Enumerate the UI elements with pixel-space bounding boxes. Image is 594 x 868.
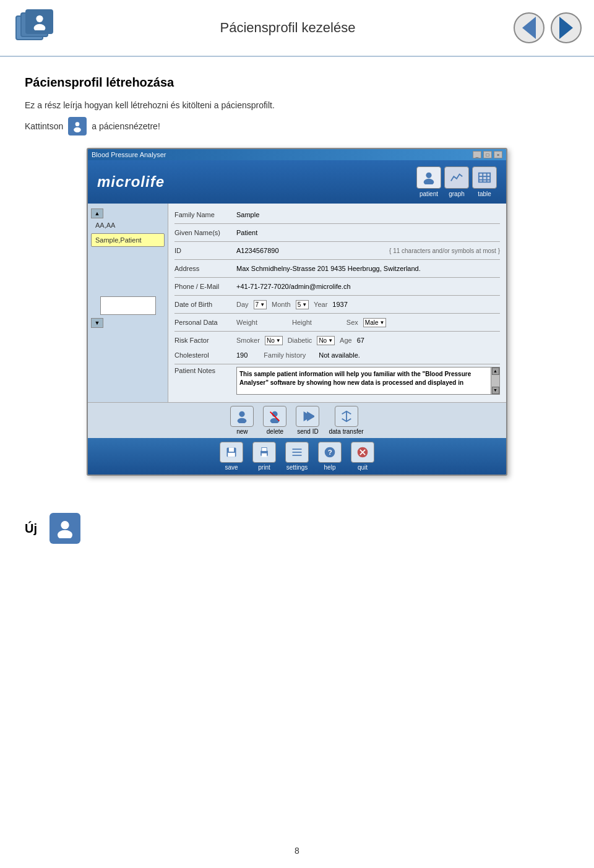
bottom-label: Új: [25, 522, 37, 536]
close-button[interactable]: ×: [494, 151, 502, 158]
app-header: microlife patient: [88, 160, 506, 204]
app-window-title: Blood Pressure Analyser: [92, 151, 166, 158]
svg-rect-23: [262, 448, 267, 452]
personal-inline: Weight Height Sex Male ▼: [236, 318, 386, 327]
bottom-section: Új: [0, 494, 594, 562]
notes-scroll-up[interactable]: ▲: [492, 367, 499, 375]
risk-row: Risk Factor Smoker No ▼ Diabetic No ▼ Ag…: [174, 334, 500, 346]
cholesterol-inline: 190 Family history Not available.: [236, 351, 360, 359]
address-row: Address Max Schmidhelny-Strasse 201 9435…: [174, 262, 500, 275]
sidebar-item-1[interactable]: Sample,Patient: [91, 233, 165, 247]
bottom-patient-icon[interactable]: [50, 513, 80, 544]
dob-month-label: Month: [272, 301, 291, 308]
print-button-label: print: [258, 464, 270, 471]
notes-scroll-down[interactable]: ▼: [492, 387, 499, 394]
svg-rect-6: [479, 173, 490, 183]
diabetic-arrow: ▼: [328, 338, 333, 343]
id-hint: { 11 characters and/or symbols at most }: [389, 247, 500, 254]
tab-patient[interactable]: patient: [416, 166, 441, 197]
print-button[interactable]: print: [252, 442, 276, 471]
svg-point-11: [239, 411, 245, 417]
click-instruction: Kattintson a páciensnézetre!: [25, 117, 569, 135]
help-button[interactable]: ? help: [318, 442, 342, 471]
delete-button-label: delete: [267, 428, 283, 435]
phone-label: Phone / E-Mail: [174, 283, 236, 290]
app-bottom-buttons: save print: [88, 438, 506, 475]
sex-label: Sex: [346, 319, 358, 326]
app-logo-text: microlife: [97, 173, 165, 191]
given-name-row: Given Name(s) Patient: [174, 226, 500, 239]
titlebar-controls: _ □ ×: [473, 151, 502, 158]
table-tab-icon: [472, 166, 497, 189]
sidebar-search-box[interactable]: [100, 296, 156, 315]
diabetic-select[interactable]: No ▼: [317, 336, 335, 345]
minimize-button[interactable]: _: [473, 151, 481, 158]
address-value: Max Schmidhelny-Strasse 201 9435 Heerbru…: [236, 265, 500, 272]
svg-point-0: [36, 15, 43, 22]
dob-month-select[interactable]: 5 ▼: [296, 300, 309, 309]
notes-scrollbar[interactable]: ▲ ▼: [491, 367, 499, 394]
diabetic-value: No: [319, 337, 327, 344]
maximize-button[interactable]: □: [483, 151, 492, 158]
notes-text: This sample patient information will hel…: [239, 371, 471, 386]
settings-button[interactable]: settings: [285, 442, 309, 471]
app-body: ▲ AA,AA Sample,Patient ▼ Family Name Sam…: [88, 204, 506, 402]
dob-inline: Day 7 ▼ Month 5 ▼ Year 1937: [236, 300, 348, 309]
personal-label: Personal Data: [174, 319, 236, 326]
risk-inline: Smoker No ▼ Diabetic No ▼ Age 67: [236, 336, 364, 345]
svg-rect-20: [229, 448, 234, 452]
patient-tab-icon: [416, 166, 441, 189]
nav-forward-button[interactable]: [551, 12, 582, 43]
svg-rect-25: [293, 449, 302, 450]
sidebar-scroll-up[interactable]: ▲: [91, 208, 103, 218]
app-sidebar: ▲ AA,AA Sample,Patient ▼: [88, 204, 168, 402]
section-title: Páciensprofil létrehozása: [25, 75, 569, 90]
sex-select[interactable]: Male ▼: [363, 318, 387, 327]
family-history-value: Not available.: [319, 351, 360, 359]
patient-icon-inline: [68, 117, 87, 135]
table-tab-label: table: [478, 191, 491, 197]
personal-row: Personal Data Weight Height Sex Male ▼: [174, 316, 500, 329]
tab-graph[interactable]: graph: [444, 166, 469, 197]
phone-row: Phone / E-Mail +41-71-727-7020/admin@mic…: [174, 280, 500, 293]
weight-label: Weight: [236, 319, 257, 326]
given-name-label: Given Name(s): [174, 229, 236, 236]
delete-button[interactable]: delete: [263, 406, 286, 435]
sidebar-scroll-down[interactable]: ▼: [91, 318, 103, 328]
dob-day-select[interactable]: 7 ▼: [254, 300, 267, 309]
notes-box: This sample patient information will hel…: [236, 367, 500, 395]
nav-back-button[interactable]: [514, 12, 544, 43]
new-button[interactable]: new: [230, 406, 254, 435]
height-label: Height: [292, 319, 312, 326]
save-button[interactable]: save: [220, 442, 243, 471]
quit-button[interactable]: quit: [351, 442, 374, 471]
svg-point-12: [238, 418, 247, 423]
save-button-label: save: [225, 464, 238, 471]
svg-point-4: [426, 173, 431, 178]
tab-table[interactable]: table: [472, 166, 497, 197]
family-name-label: Family Name: [174, 211, 236, 218]
send-id-button-icon: [296, 406, 319, 427]
id-label: ID: [174, 247, 236, 254]
sidebar-item-0[interactable]: AA,AA: [91, 218, 165, 232]
send-id-button[interactable]: send ID: [296, 406, 319, 435]
app-top-buttons: new delete: [88, 402, 506, 438]
svg-rect-27: [293, 455, 302, 456]
app-form: Family Name Sample Given Name(s) Patient…: [168, 204, 506, 402]
main-content: Páciensprofil létrehozása Ez a rész leír…: [0, 57, 594, 494]
logo-icon: [15, 9, 59, 46]
svg-rect-24: [262, 453, 267, 457]
print-button-icon: [252, 442, 276, 463]
patient-tab-label: patient: [420, 191, 438, 197]
svg-point-1: [33, 24, 45, 30]
data-transfer-button[interactable]: data transfer: [329, 406, 363, 435]
smoker-value: No: [267, 337, 275, 344]
dob-year-value: 1937: [332, 301, 347, 308]
app-window: Blood Pressure Analyser _ □ × microlife: [87, 148, 507, 476]
svg-marker-17: [308, 413, 314, 421]
family-history-label: Family history: [264, 351, 306, 359]
dob-month-value: 5: [298, 301, 301, 308]
quit-button-label: quit: [358, 464, 368, 471]
risk-label: Risk Factor: [174, 337, 236, 344]
smoker-select[interactable]: No ▼: [265, 336, 283, 345]
